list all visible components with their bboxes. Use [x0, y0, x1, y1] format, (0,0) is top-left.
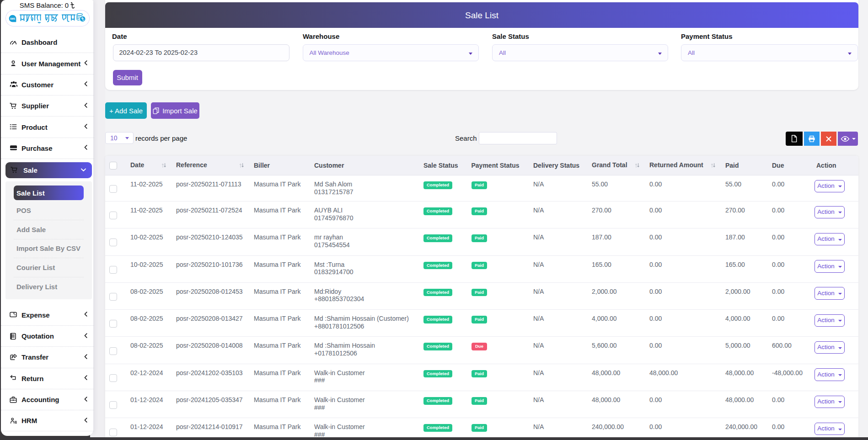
- svg-text:SMS: SMS: [10, 17, 15, 20]
